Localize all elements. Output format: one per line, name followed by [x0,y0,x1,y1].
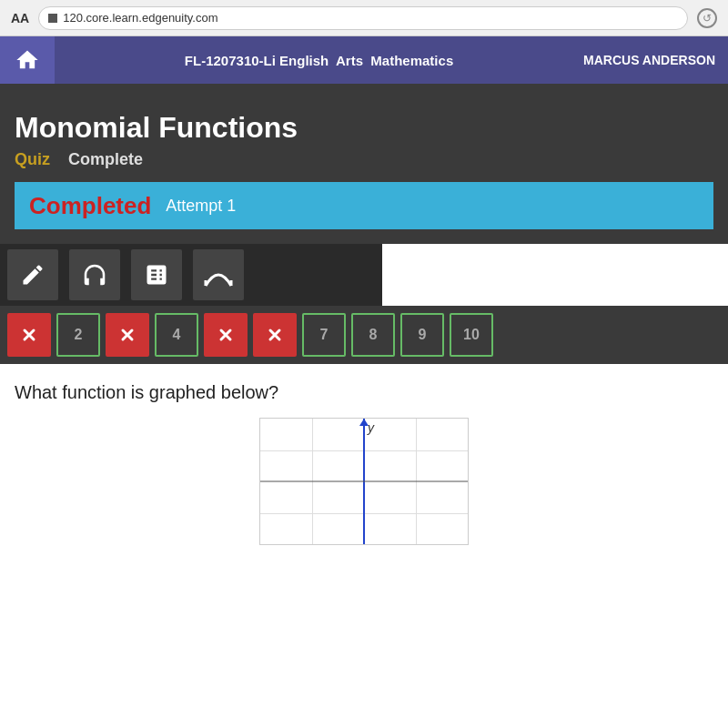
nav-course-title: FL-1207310-Li English Arts Mathematics [185,53,453,68]
main-content: Monomial Functions Quiz Complete Complet… [0,84,728,244]
favicon-icon [48,14,57,23]
page-title: Monomial Functions [15,111,713,145]
calculator-icon [144,262,169,288]
quiz-label: Quiz [15,150,50,169]
question-text: What function is graphed below? [15,382,713,403]
question-nav-5[interactable] [204,313,248,357]
x-icon-5 [217,326,235,344]
question-area: What function is graphed below? y [0,364,728,563]
question-nav-3[interactable] [106,313,149,357]
nav-subjects: English Arts Mathematics [279,53,453,68]
completed-text: Completed [29,192,151,220]
browser-url-bar[interactable]: 120.core.learn.edgenuity.com [38,6,688,30]
question-nav-4[interactable]: 4 [155,313,198,357]
status-label: Complete [68,150,143,169]
question-nav-9[interactable]: 9 [400,313,444,357]
toolbar [0,244,382,306]
home-button[interactable] [0,36,55,84]
browser-bar: AA 120.core.learn.edgenuity.com ↺ [0,0,728,36]
home-icon [15,47,40,73]
question-nav-2[interactable]: 2 [56,313,100,357]
course-code: FL-1207310-Li [185,53,276,68]
x-icon-3 [118,326,136,344]
question-nav-row: 2 4 7 8 9 10 [0,306,728,364]
question-nav-8[interactable]: 8 [351,313,395,357]
url-text: 120.core.learn.edgenuity.com [63,11,217,25]
x-icon [20,326,38,344]
attempt-text: Attempt 1 [166,197,236,216]
graph-tool-button[interactable] [193,249,244,300]
x-icon-6 [266,326,284,344]
browser-aa-label: AA [11,11,29,25]
nav-header: FL-1207310-Li English Arts Mathematics M… [0,36,728,84]
calculator-tool-button[interactable] [131,249,182,300]
question-nav-10[interactable]: 10 [450,313,493,357]
reload-button[interactable]: ↺ [697,8,717,28]
reload-icon: ↺ [703,12,712,25]
graph-y-label: y [368,420,374,435]
graph-area: y [15,418,713,545]
graph-icon [204,262,233,288]
question-nav-6[interactable] [253,313,297,357]
question-nav-7[interactable]: 7 [302,313,346,357]
completed-banner: Completed Attempt 1 [15,182,713,229]
headphones-tool-button[interactable] [69,249,120,300]
headphones-icon [81,261,108,288]
pencil-tool-button[interactable] [7,249,58,300]
graph-container: y [259,418,469,545]
nav-title-area: FL-1207310-Li English Arts Mathematics [55,53,583,68]
quiz-status-row: Quiz Complete [15,150,713,169]
graph-x-axis [260,481,468,482]
pencil-icon [20,262,46,288]
question-nav-1[interactable] [7,313,51,357]
nav-user: MARCUS ANDERSON [583,53,728,67]
